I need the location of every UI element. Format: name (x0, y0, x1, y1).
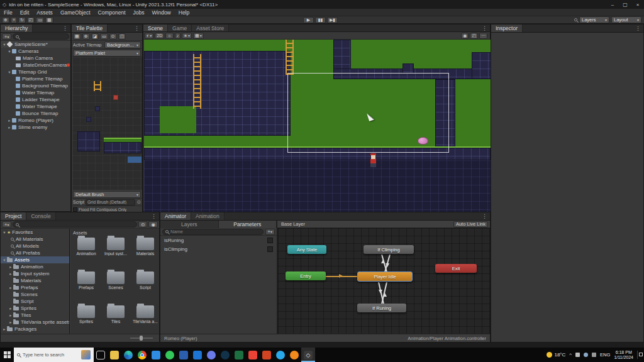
tree-assets-root[interactable]: ▾Assets (1, 256, 69, 263)
fold-open-icon[interactable]: ▾ (7, 49, 12, 54)
hierarchy-item[interactable]: Background Tilemap (1, 82, 70, 89)
tab-asset-store[interactable]: Asset Store (192, 25, 229, 31)
dark-tile[interactable] (86, 117, 91, 122)
kebab-menu-icon[interactable]: ⋮ (148, 212, 159, 220)
language-indicator[interactable]: ENG (600, 352, 610, 358)
base-layer-breadcrumb[interactable]: Base Layer (277, 221, 305, 227)
state-node-if-climping[interactable]: If Climping (364, 245, 414, 254)
parameter-row[interactable]: isRuning (160, 236, 277, 244)
camera-settings-icon[interactable]: ◰ (470, 33, 478, 39)
scene-viewport[interactable] (144, 40, 491, 212)
layout-dropdown[interactable]: Layout▾ (611, 16, 641, 23)
start-button[interactable] (0, 348, 14, 362)
search-by-type-icon[interactable]: ⊙ (138, 221, 147, 228)
maximize-button[interactable]: ▢ (619, 2, 631, 8)
asset-folder[interactable]: Input syst... (101, 238, 130, 256)
grid-visibility-dropdown[interactable]: ▦▾ (193, 33, 204, 39)
select-tool-icon[interactable]: ▦ (73, 33, 81, 40)
tile-picker-icon[interactable]: ⊙ (109, 33, 117, 40)
tree-item[interactable]: ▸Prefaps (1, 284, 69, 291)
menu-jobs[interactable]: Jobs (130, 9, 148, 16)
box-fill-icon[interactable]: ▭ (100, 33, 108, 40)
fold-open-icon[interactable]: ▾ (7, 70, 12, 75)
taskbar-search-input[interactable]: Type here to search (14, 348, 94, 362)
minimize-button[interactable]: – (606, 2, 619, 8)
weather-widget[interactable]: 18°C (547, 352, 565, 358)
pan-tool-icon[interactable]: ⊕ (2, 17, 9, 23)
create-object-button[interactable]: +▾ (2, 33, 11, 40)
tray-chevron-icon[interactable]: ^ (569, 352, 572, 358)
slime-enemy[interactable] (418, 137, 428, 145)
state-node-any-state[interactable]: Any State (287, 245, 326, 254)
taskbar-app-excel[interactable] (232, 348, 246, 362)
menu-file[interactable]: File (0, 9, 16, 16)
palette-tile-block[interactable] (77, 131, 100, 151)
kebab-menu-icon[interactable]: ⋮ (60, 25, 70, 32)
dark-tile[interactable] (95, 106, 100, 111)
tab-tile-palette[interactable]: Tile Palette (72, 25, 108, 32)
tree-favorites[interactable]: ▾★Favorites (1, 229, 69, 236)
script-object-field[interactable]: Grid Brush (Default) (86, 199, 135, 206)
asset-folder[interactable]: Script (131, 272, 159, 290)
hierarchy-item[interactable]: Water Tilemap (1, 89, 70, 96)
menu-window[interactable]: Window (148, 9, 175, 16)
hierarchy-item[interactable]: StateDrivenCamera (1, 62, 70, 69)
fold-closed-icon[interactable]: ▸ (7, 118, 12, 123)
menu-gameobject[interactable]: GameObject (57, 9, 94, 16)
scale-tool-icon[interactable]: ◰ (27, 17, 35, 23)
view-2d-toggle[interactable]: 2D (155, 33, 164, 39)
asset-folder[interactable]: TileVania a... (131, 305, 159, 324)
asset-folder[interactable]: Scenes (101, 272, 130, 290)
tab-console[interactable]: Console (26, 212, 55, 220)
hierarchy-item[interactable]: Ladder Tilemape (1, 96, 70, 103)
fold-closed-icon[interactable]: ▸ (8, 272, 13, 277)
taskbar-app-edge[interactable] (121, 348, 135, 362)
kebab-menu-icon[interactable]: ⋮ (633, 25, 643, 32)
tree-item[interactable]: Materials (1, 277, 69, 284)
taskbar-app-unity-active[interactable]: ◇ (301, 348, 315, 362)
parameter-search-input[interactable]: Name (162, 229, 264, 235)
asset-folder[interactable]: Tiles (101, 305, 130, 324)
asset-folder[interactable]: Materials (131, 238, 159, 256)
taskbar-app-file-explorer[interactable] (108, 348, 121, 362)
asset-folder[interactable]: Sprites (72, 305, 101, 324)
eraser-icon[interactable]: ◫ (118, 33, 126, 40)
taskbar-app-powerpoint[interactable] (260, 348, 274, 362)
taskbar-app-steam[interactable] (218, 348, 232, 362)
flood-fill-checkbox[interactable] (73, 207, 77, 212)
tree-item[interactable]: ▸Animation (1, 263, 69, 270)
tab-game[interactable]: Game (168, 25, 192, 31)
red-tile[interactable] (113, 95, 118, 100)
notification-center-button[interactable] (637, 351, 642, 359)
transform-tool-icon[interactable]: ▩ (45, 17, 53, 23)
fold-closed-icon[interactable]: ▸ (8, 285, 13, 290)
tree-item[interactable]: ▸Tiles (1, 312, 69, 319)
tab-hierarchy[interactable]: Hierarchy (1, 25, 33, 32)
parameter-row[interactable]: isClimping (160, 244, 277, 253)
rect-tool-icon[interactable]: ▭ (36, 17, 44, 23)
active-tilemap-dropdown[interactable]: Background Tilmap▾ (104, 41, 141, 48)
hierarchy-item-slime[interactable]: ▸Slime enemy (1, 124, 70, 131)
taskbar-app-whatsapp[interactable] (163, 348, 177, 362)
project-search-input[interactable] (13, 221, 137, 228)
move-tool-icon[interactable]: ⊕ (82, 33, 90, 40)
tree-item[interactable]: Scenes (1, 291, 69, 298)
tree-item[interactable]: ▸Input system (1, 270, 69, 277)
clock[interactable]: 6:18 PM 1/11/2024 (614, 350, 633, 360)
taskbar-app-discord[interactable] (204, 348, 218, 362)
pause-button[interactable]: ▮▮ (315, 17, 326, 23)
hierarchy-item[interactable]: Platforme Tilemap (1, 75, 70, 82)
player-character[interactable] (369, 153, 377, 167)
layers-tab[interactable]: Layers (160, 221, 219, 228)
object-picker-icon[interactable]: ⊙ (136, 199, 141, 205)
tree-item[interactable]: All Materials (1, 236, 69, 243)
tree-item[interactable]: ▸TileVania sprite assets (1, 319, 69, 326)
move-tool-icon[interactable]: + (11, 17, 17, 23)
add-parameter-button[interactable]: +▾ (265, 229, 275, 235)
hierarchy-item[interactable]: Main Camera (1, 55, 70, 62)
tree-item[interactable]: Script (1, 298, 69, 305)
asset-folder[interactable]: Animation (72, 238, 101, 256)
state-node-player-idle[interactable]: Player Idle (357, 272, 413, 282)
search-icon[interactable] (574, 18, 577, 21)
paint-brush-icon[interactable]: ◪ (91, 33, 99, 40)
